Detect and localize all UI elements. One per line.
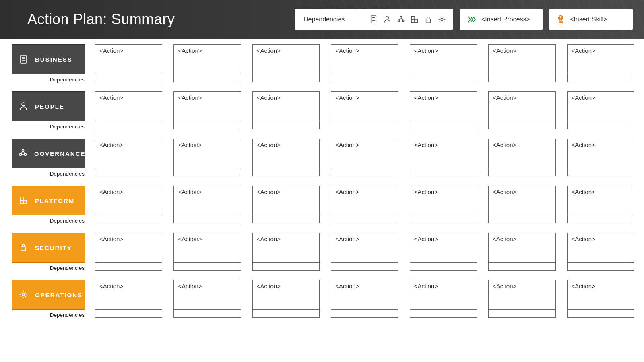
- action-placeholder-text: <Action>: [331, 280, 398, 309]
- action-card[interactable]: <Action>: [173, 186, 241, 223]
- action-card[interactable]: <Action>: [95, 233, 162, 271]
- action-dependency-slot: [489, 121, 555, 129]
- action-card[interactable]: <Action>: [410, 91, 477, 129]
- action-dependency-slot: [95, 262, 162, 270]
- insert-skill-label: <Insert Skill>: [570, 16, 607, 23]
- action-placeholder-text: <Action>: [568, 92, 634, 121]
- action-card[interactable]: <Action>: [410, 139, 477, 176]
- action-dependency-slot: [331, 121, 398, 129]
- actions-strip: <Action><Action><Action><Action><Action>…: [95, 44, 634, 82]
- action-card[interactable]: <Action>: [567, 44, 634, 82]
- action-card[interactable]: <Action>: [488, 44, 555, 82]
- action-card[interactable]: <Action>: [173, 280, 241, 318]
- actions-strip: <Action><Action><Action><Action><Action>…: [95, 91, 634, 129]
- action-card[interactable]: <Action>: [252, 44, 320, 82]
- action-card[interactable]: <Action>: [173, 139, 241, 176]
- action-dependency-slot: [489, 74, 555, 82]
- action-card[interactable]: <Action>: [488, 233, 555, 271]
- action-card[interactable]: <Action>: [410, 280, 477, 318]
- action-card[interactable]: <Action>: [567, 139, 634, 176]
- action-card[interactable]: <Action>: [173, 233, 241, 271]
- action-dependency-slot: [489, 262, 555, 270]
- action-placeholder-text: <Action>: [489, 45, 555, 74]
- row-platform: PLATFORMDependencies<Action><Action><Act…: [12, 186, 634, 224]
- lock-icon: [424, 15, 432, 24]
- person-icon: [383, 15, 391, 24]
- action-dependency-slot: [174, 309, 240, 317]
- action-card[interactable]: <Action>: [331, 139, 398, 176]
- dependencies-sublabel: Dependencies: [12, 312, 86, 318]
- action-dependency-slot: [410, 74, 477, 82]
- action-card[interactable]: <Action>: [567, 91, 634, 129]
- category-governance[interactable]: GOVERNANCE: [12, 139, 85, 168]
- document-icon: [18, 54, 29, 64]
- insert-process-pill[interactable]: <Insert Process>: [460, 9, 543, 30]
- action-card[interactable]: <Action>: [567, 186, 634, 223]
- action-placeholder-text: <Action>: [95, 45, 162, 74]
- category-label: GOVERNANCE: [34, 150, 86, 157]
- action-card[interactable]: <Action>: [95, 44, 162, 82]
- insert-skill-pill[interactable]: <Insert Skill>: [549, 9, 633, 30]
- action-placeholder-text: <Action>: [174, 139, 240, 168]
- action-card[interactable]: <Action>: [252, 139, 320, 176]
- action-card[interactable]: <Action>: [95, 280, 162, 318]
- action-card[interactable]: <Action>: [173, 91, 241, 129]
- action-card[interactable]: <Action>: [488, 280, 555, 318]
- document-icon: [369, 15, 378, 24]
- action-placeholder-text: <Action>: [410, 280, 477, 309]
- action-placeholder-text: <Action>: [489, 139, 555, 168]
- action-dependency-slot: [331, 309, 398, 317]
- action-placeholder-text: <Action>: [174, 45, 240, 74]
- action-dependency-slot: [174, 262, 240, 270]
- action-dependency-slot: [331, 74, 398, 82]
- action-dependency-slot: [253, 74, 319, 82]
- action-card[interactable]: <Action>: [567, 233, 634, 271]
- category-security[interactable]: SECURITY: [12, 233, 85, 263]
- actions-strip: <Action><Action><Action><Action><Action>…: [95, 280, 634, 318]
- action-card[interactable]: <Action>: [252, 186, 320, 223]
- action-card[interactable]: <Action>: [410, 233, 477, 271]
- process-icon: [467, 15, 477, 24]
- action-card[interactable]: <Action>: [95, 186, 162, 223]
- action-card[interactable]: <Action>: [488, 139, 555, 176]
- lock-icon: [18, 243, 29, 252]
- category-label: SECURITY: [35, 244, 72, 251]
- action-placeholder-text: <Action>: [568, 139, 634, 168]
- action-card[interactable]: <Action>: [331, 186, 398, 223]
- action-dependency-slot: [331, 215, 398, 223]
- action-dependency-slot: [489, 168, 555, 176]
- action-dependency-slot: [95, 215, 162, 223]
- action-card[interactable]: <Action>: [252, 91, 320, 129]
- category-platform[interactable]: PLATFORM: [12, 186, 85, 215]
- action-card[interactable]: <Action>: [173, 44, 241, 82]
- row-governance: GOVERNANCEDependencies<Action><Action><A…: [12, 139, 634, 177]
- action-card[interactable]: <Action>: [410, 186, 477, 223]
- action-dependency-slot: [174, 215, 240, 223]
- action-placeholder-text: <Action>: [568, 45, 634, 74]
- category-label: PLATFORM: [35, 197, 74, 204]
- action-placeholder-text: <Action>: [331, 233, 398, 262]
- action-card[interactable]: <Action>: [410, 44, 477, 82]
- action-card[interactable]: <Action>: [95, 91, 162, 129]
- action-card[interactable]: <Action>: [331, 91, 398, 129]
- action-placeholder-text: <Action>: [331, 139, 398, 168]
- category-business[interactable]: BUSINESS: [12, 44, 85, 74]
- action-placeholder-text: <Action>: [174, 280, 240, 309]
- action-card[interactable]: <Action>: [252, 233, 320, 271]
- action-placeholder-text: <Action>: [95, 280, 162, 309]
- action-card[interactable]: <Action>: [95, 139, 162, 176]
- category-operations[interactable]: OPERATIONS: [12, 280, 85, 310]
- action-placeholder-text: <Action>: [331, 45, 398, 74]
- category-people[interactable]: PEOPLE: [12, 91, 85, 121]
- action-card[interactable]: <Action>: [252, 280, 320, 318]
- action-card[interactable]: <Action>: [567, 280, 634, 318]
- action-card[interactable]: <Action>: [488, 186, 555, 223]
- actions-strip: <Action><Action><Action><Action><Action>…: [95, 186, 634, 223]
- action-placeholder-text: <Action>: [95, 233, 162, 262]
- action-dependency-slot: [410, 262, 477, 270]
- action-card[interactable]: <Action>: [331, 44, 398, 82]
- action-dependency-slot: [174, 121, 240, 129]
- action-card[interactable]: <Action>: [331, 280, 398, 318]
- action-card[interactable]: <Action>: [488, 91, 555, 129]
- action-card[interactable]: <Action>: [331, 233, 398, 271]
